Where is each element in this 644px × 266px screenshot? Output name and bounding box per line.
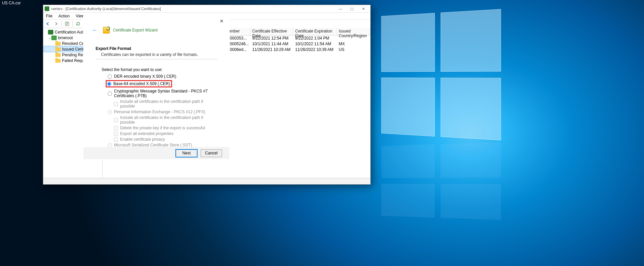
desktop-background: US CA.csr certsrv - [Certification Autho… (0, 0, 644, 266)
radio-sst-label: Microsoft Serialized Certificate Store (… (114, 143, 192, 147)
ca-icon (48, 30, 53, 35)
refresh-icon[interactable] (75, 20, 82, 27)
check-pfx-ext: Export all extended properties (114, 131, 217, 136)
cell-effective: 9/22/2021 12:54 PM (250, 36, 293, 41)
radio-base64-label: Base-64 encoded X.509 (.CER) (113, 81, 170, 86)
check-pfx-delete-label: Delete the private key if the export is … (120, 126, 205, 130)
check-pfx-privacy-label: Enable certificate privacy (120, 137, 165, 142)
format-prompt: Select the format you want to use: (102, 67, 217, 72)
check-pfx-delete-input (114, 126, 118, 130)
section-heading: Export File Format (96, 46, 217, 51)
col-expiration[interactable]: Certificate Expiration Date (293, 28, 337, 35)
maximize-button[interactable]: ▢ (346, 5, 358, 12)
status-bar (43, 178, 370, 184)
check-p7-include-input (114, 102, 118, 106)
radio-pfx-label: Personal Information Exchange - PKCS #12… (114, 110, 205, 114)
radio-sst-input (108, 143, 112, 147)
certificate-icon (103, 27, 110, 34)
cell-expiration: 9/22/2022 1:04 PM (293, 36, 337, 41)
wizard-back-icon[interactable]: ← (90, 27, 100, 33)
section-subtext: Certificates can be exported in a variet… (101, 52, 217, 57)
nav-forward-icon[interactable] (53, 20, 59, 27)
windows-logo (381, 9, 501, 140)
desktop-shortcut-label[interactable]: US CA.csr (2, 1, 21, 5)
check-pfx-include-input (114, 118, 118, 122)
cell-expiration: 11/26/2022 10:39 AM (293, 47, 337, 53)
close-button[interactable]: ✕ (358, 5, 369, 12)
toolbar-separator (72, 21, 73, 27)
toolbar-separator (61, 21, 62, 27)
expand-caret-icon[interactable]: ⌄ (47, 36, 51, 40)
properties-icon[interactable] (64, 20, 70, 27)
check-p7-include: Include all certificates in the certific… (114, 99, 217, 109)
dialog-close-button[interactable]: ✕ (217, 17, 226, 25)
divider (96, 59, 217, 59)
cell-country (337, 36, 370, 41)
nav-back-icon[interactable] (45, 20, 51, 27)
tree-ca-label: bmeroot (58, 36, 73, 40)
menu-file[interactable]: File (45, 13, 54, 19)
check-pfx-privacy-input (114, 137, 118, 142)
col-effective[interactable]: Certificate Effective Date (250, 28, 293, 35)
cell-country: MX (337, 41, 370, 47)
radio-base64-input[interactable] (107, 82, 111, 86)
cell-country: US (337, 47, 370, 53)
export-wizard-dialog: ✕ ← Certificate Export Wizard Export Fil… (83, 14, 230, 159)
radio-pfx-input (108, 110, 112, 114)
cell-expiration: 10/1/2022 11:54 AM (293, 41, 337, 47)
radio-base64[interactable]: Base-64 encoded X.509 (.CER) (106, 81, 171, 87)
cell-effective: 11/26/2021 10:29 AM (250, 47, 293, 53)
check-pfx-delete: Delete the private key if the export is … (114, 126, 217, 130)
check-p7-include-label: Include all certificates in the certific… (120, 99, 217, 109)
radio-sst: Microsoft Serialized Certificate Store (… (108, 143, 217, 147)
minimize-button[interactable]: — (335, 5, 346, 12)
radio-der-input[interactable] (108, 74, 112, 79)
check-pfx-ext-input (114, 132, 118, 136)
folder-icon (55, 42, 61, 46)
cell-effective: 10/1/2021 11:44 AM (250, 41, 293, 47)
cancel-button[interactable]: Cancel (201, 149, 222, 157)
radio-der-label: DER encoded binary X.509 (.CER) (114, 74, 176, 79)
radio-pfx: Personal Information Exchange - PKCS #12… (108, 110, 217, 114)
folder-icon (55, 59, 61, 63)
col-country[interactable]: Issued Country/Region (337, 28, 370, 35)
app-icon (45, 6, 49, 11)
radio-pkcs7[interactable]: Cryptographic Message Syntax Standard - … (108, 89, 217, 98)
next-button[interactable]: Next (176, 149, 197, 157)
check-pfx-include-label: Include all certificates in the certific… (120, 115, 217, 125)
check-pfx-privacy: Enable certificate privacy (114, 137, 217, 142)
table-row[interactable]: 000005246... 10/1/2021 11:44 AM 10/1/202… (223, 41, 370, 47)
server-icon (51, 36, 57, 40)
radio-pkcs7-input[interactable] (108, 91, 112, 96)
menu-action[interactable]: Action (57, 13, 71, 19)
check-pfx-include: Include all certificates in the certific… (114, 115, 217, 125)
wizard-title: Certificate Export Wizard (113, 28, 158, 32)
folder-icon (55, 53, 61, 57)
wizard-footer: Next Cancel (84, 147, 229, 159)
table-row[interactable]: 00000353... 9/22/2021 12:54 PM 9/22/2022… (223, 36, 370, 41)
titlebar[interactable]: certsrv - [Certification Authority (Loca… (43, 5, 370, 13)
check-pfx-ext-label: Export all extended properties (120, 131, 173, 136)
radio-pkcs7-label: Cryptographic Message Syntax Standard - … (114, 89, 217, 98)
radio-der[interactable]: DER encoded binary X.509 (.CER) (108, 74, 217, 79)
window-title: certsrv - [Certification Authority (Loca… (51, 7, 335, 11)
table-row[interactable]: 000006ed... 11/26/2021 10:29 AM 11/26/20… (223, 47, 370, 53)
windows-logo-reflection (381, 142, 501, 220)
folder-icon (55, 48, 61, 51)
